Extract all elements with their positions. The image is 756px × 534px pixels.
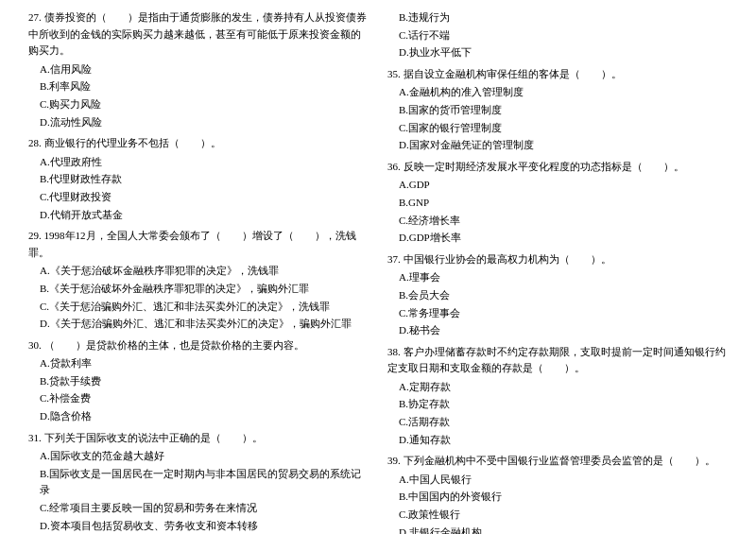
q28-optB: B.代理财政性存款 [40,171,369,188]
q34-optB: B.违规行为 [399,9,728,26]
q35-optC: C.国家的银行管理制度 [399,120,728,137]
q35-optA: A.金融机构的准入管理制度 [399,84,728,101]
q27-optD: D.流动性风险 [40,114,369,131]
q36-optC: C.经济增长率 [399,213,728,230]
question-37: 37. 中国银行业协会的最高权力机构为（ ）。 A.理事会 B.会员大会 C.常… [387,251,728,339]
q29-text: 29. 1998年12月，全国人大常委会颁布了（ ）增设了（ ），洗钱罪。 [28,228,369,261]
q38-options: A.定期存款 B.协定存款 C.活期存款 D.通知存款 [387,379,728,448]
q35-options: A.金融机构的准入管理制度 B.国家的货币管理制度 C.国家的银行管理制度 D.… [387,84,728,153]
right-column: B.违规行为 C.话行不端 D.执业水平低下 35. 据自设立金融机构审保任组的… [387,9,728,534]
q37-optA: A.理事会 [399,269,728,286]
q31-optD: D.资本项目包括贸易收支、劳务收支和资本转移 [40,518,369,534]
q39-text: 39. 下列金融机构中不受中国银行业监督管理委员会监管的是（ ）。 [387,453,728,470]
q30-optB: B.贷款手续费 [40,373,369,390]
q35-text: 35. 据自设立金融机构审保任组的客体是（ ）。 [387,66,728,83]
q38-text: 38. 客户办理储蓄存款时不约定存款期限，支取时提前一定时间通知银行约定支取日期… [387,344,728,377]
q34-optD: D.执业水平低下 [399,44,728,61]
q31-optC: C.经常项目主要反映一国的贸易和劳务在来情况 [40,500,369,517]
q39-optA: A.中国人民银行 [399,472,728,489]
q28-options: A.代理政府性 B.代理财政性存款 C.代理财政投资 D.代销开放式基金 [28,154,369,223]
q38-optD: D.通知存款 [399,432,728,449]
question-29: 29. 1998年12月，全国人大常委会颁布了（ ）增设了（ ），洗钱罪。 A.… [28,228,369,333]
q27-options: A.信用风险 B.利率风险 C.购买力风险 D.流动性风险 [28,61,369,130]
page-container: 27. 债券投资的（ ）是指由于通货膨胀的发生，债券持有人从投资债券中所收到的金… [28,9,728,534]
question-38: 38. 客户办理储蓄存款时不约定存款期限，支取时提前一定时间通知银行约定支取日期… [387,344,728,449]
q27-text: 27. 债券投资的（ ）是指由于通货膨胀的发生，债券持有人从投资债券中所收到的金… [28,9,369,60]
question-35: 35. 据自设立金融机构审保任组的客体是（ ）。 A.金融机构的准入管理制度 B… [387,66,728,154]
content-columns: 27. 债券投资的（ ）是指由于通货膨胀的发生，债券持有人从投资债券中所收到的金… [28,9,728,534]
q37-optC: C.常务理事会 [399,305,728,322]
q38-optB: B.协定存款 [399,396,728,413]
q30-optA: A.贷款利率 [40,355,369,372]
q31-optA: A.国际收支的范金越大越好 [40,448,369,465]
q30-optC: C.补偿金费 [40,390,369,407]
q34-optC: C.话行不端 [399,27,728,44]
question-36: 36. 反映一定时期经济发展水平变化程度的功态指标是（ ）。 A.GDP B.G… [387,159,728,247]
q39-optC: C.政策性银行 [399,507,728,524]
q36-optB: B.GNP [399,195,728,212]
q31-text: 31. 下列关于国际收支的说法中正确的是（ ）。 [28,430,369,447]
q27-optA: A.信用风险 [40,61,369,78]
q37-text: 37. 中国银行业协会的最高权力机构为（ ）。 [387,251,728,268]
q37-optD: D.秘书会 [399,322,728,339]
q31-optB: B.国际收支是一国居民在一定时期内与非本国居民的贸易交易的系统记录 [40,466,369,499]
q28-optD: D.代销开放式基金 [40,207,369,224]
q29-optB: B.《关于惩治破坏外金融秩序罪犯罪的决定》，骗购外汇罪 [40,281,369,298]
q28-optA: A.代理政府性 [40,154,369,171]
q36-optA: A.GDP [399,177,728,194]
q30-optD: D.隐含价格 [40,408,369,425]
q36-options: A.GDP B.GNP C.经济增长率 D.GDP增长率 [387,177,728,246]
left-column: 27. 债券投资的（ ）是指由于通货膨胀的发生，债券持有人从投资债券中所收到的金… [28,9,369,534]
q38-optC: C.活期存款 [399,414,728,431]
question-39: 39. 下列金融机构中不受中国银行业监督管理委员会监管的是（ ）。 A.中国人民… [387,453,728,534]
q36-optD: D.GDP增长率 [399,230,728,247]
q31-options: A.国际收支的范金越大越好 B.国际收支是一国居民在一定时期内与非本国居民的贸易… [28,448,369,534]
question-30: 30. （ ）是贷款价格的主体，也是贷款价格的主要内容。 A.贷款利率 B.贷款… [28,337,369,425]
q29-optC: C.《关于惩治骗购外汇、逃汇和非法买卖外汇的决定》，洗钱罪 [40,299,369,316]
q36-text: 36. 反映一定时期经济发展水平变化程度的功态指标是（ ）。 [387,159,728,176]
q29-optD: D.《关于惩治骗购外汇、逃汇和非法买卖外汇的决定》，骗购外汇罪 [40,316,369,333]
q29-optA: A.《关于惩治破坏金融秩序罪犯罪的决定》，洗钱罪 [40,263,369,280]
q28-optC: C.代理财政投资 [40,189,369,206]
q37-optB: B.会员大会 [399,287,728,304]
q30-options: A.贷款利率 B.贷款手续费 C.补偿金费 D.隐含价格 [28,355,369,424]
question-31: 31. 下列关于国际收支的说法中正确的是（ ）。 A.国际收支的范金越大越好 B… [28,430,369,534]
q39-options: A.中国人民银行 B.中国国内的外资银行 C.政策性银行 D.非银行金融机构 [387,472,728,534]
q34-cont-options: B.违规行为 C.话行不端 D.执业水平低下 [387,9,728,61]
q35-optD: D.国家对金融凭证的管理制度 [399,137,728,154]
q38-optA: A.定期存款 [399,379,728,396]
question-28: 28. 商业银行的代理业务不包括（ ）。 A.代理政府性 B.代理财政性存款 C… [28,135,369,223]
q29-options: A.《关于惩治破坏金融秩序罪犯罪的决定》，洗钱罪 B.《关于惩治破坏外金融秩序罪… [28,263,369,332]
q28-text: 28. 商业银行的代理业务不包括（ ）。 [28,135,369,152]
q39-optD: D.非银行金融机构 [399,525,728,534]
q27-optB: B.利率风险 [40,78,369,95]
q37-options: A.理事会 B.会员大会 C.常务理事会 D.秘书会 [387,269,728,338]
question-27: 27. 债券投资的（ ）是指由于通货膨胀的发生，债券持有人从投资债券中所收到的金… [28,9,369,130]
q39-optB: B.中国国内的外资银行 [399,489,728,506]
q27-optC: C.购买力风险 [40,96,369,113]
question-34-cont: B.违规行为 C.话行不端 D.执业水平低下 [387,9,728,61]
q35-optB: B.国家的货币管理制度 [399,102,728,119]
q30-text: 30. （ ）是贷款价格的主体，也是贷款价格的主要内容。 [28,337,369,354]
